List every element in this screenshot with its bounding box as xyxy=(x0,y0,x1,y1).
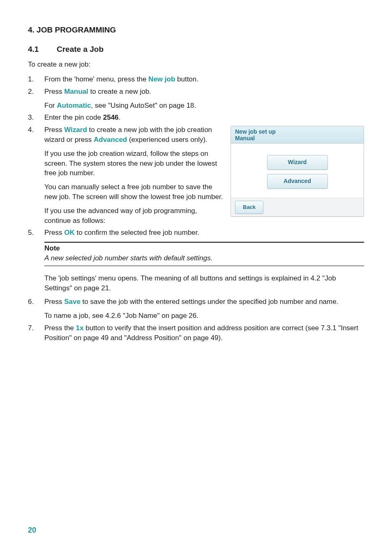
manual-label: Manual xyxy=(64,88,88,95)
wizard-label: Wizard xyxy=(64,126,87,134)
one-x-label: 1x xyxy=(76,324,84,332)
automatic-label: Automatic xyxy=(57,102,91,109)
subsection-title: Create a Job xyxy=(57,45,104,53)
advanced-button[interactable]: Advanced xyxy=(267,174,328,189)
step-text: The 'job settings' menu opens. The meani… xyxy=(44,273,364,293)
new-job-label: New job xyxy=(148,75,175,83)
save-label: Save xyxy=(64,298,81,306)
step-text: Press Wizard to create a new job with th… xyxy=(44,125,225,145)
step-text: If you use the job creation wizard, foll… xyxy=(44,149,225,178)
step-7: 7. Press the 1x button to verify that th… xyxy=(28,323,364,343)
step-number: 6. xyxy=(28,297,44,307)
step-number: 2. xyxy=(28,87,44,97)
step-4: 4. Press Wizard to create a new job with… xyxy=(28,125,364,225)
step-number: 4. xyxy=(28,125,44,135)
step-3: 3. Enter the pin code 2546. xyxy=(28,113,364,123)
step-text: For Automatic, see "Using AutoSet" on pa… xyxy=(44,101,364,111)
step-number: 7. xyxy=(28,323,44,333)
step-6: 6. Press Save to save the job with the e… xyxy=(28,297,364,321)
step-number: 5. xyxy=(28,228,44,238)
screenshot-title-2: Manual xyxy=(235,135,360,141)
step-text: Press Manual to create a new job. xyxy=(44,87,364,97)
section-heading: 4. JOB PROGRAMMING xyxy=(28,25,364,36)
step-text: Enter the pin code 2546. xyxy=(44,113,364,123)
step-text: Press OK to confirm the selected free jo… xyxy=(44,228,364,238)
screenshot-header: New job set up Manual xyxy=(231,126,364,144)
note-body: A new selected job number starts with de… xyxy=(44,253,364,263)
pin-code: 2546 xyxy=(103,114,119,121)
screenshot-footer: Back xyxy=(231,198,364,216)
advanced-label: Advanced xyxy=(94,136,127,144)
step-number: 1. xyxy=(28,74,44,84)
step-5-continuation: The 'job settings' menu opens. The meani… xyxy=(44,273,364,293)
ok-label: OK xyxy=(64,229,75,236)
step-number: 3. xyxy=(28,113,44,123)
step-1: 1. From the 'home' menu, press the New j… xyxy=(28,74,364,84)
back-button[interactable]: Back xyxy=(235,201,263,214)
screenshot-title-1: New job set up xyxy=(235,128,360,135)
step-text: Press Save to save the job with the ente… xyxy=(44,297,364,307)
screenshot-body: Wizard Advanced xyxy=(231,144,364,197)
step-text: You can manually select a free job numbe… xyxy=(44,182,225,202)
step-2: 2. Press Manual to create a new job. For… xyxy=(28,87,364,111)
wizard-button[interactable]: Wizard xyxy=(267,155,328,170)
device-screenshot: New job set up Manual Wizard Advanced Ba… xyxy=(231,126,364,217)
step-text: To name a job, see 4.2.6 "Job Name" on p… xyxy=(44,311,364,321)
note-label: Note xyxy=(44,243,364,253)
subsection-number: 4.1 xyxy=(28,44,57,55)
intro-text: To create a new job: xyxy=(28,60,364,70)
step-5: 5. Press OK to confirm the selected free… xyxy=(28,228,364,238)
note-block: Note A new selected job number starts wi… xyxy=(44,242,364,266)
step-text: From the 'home' menu, press the New job … xyxy=(44,74,364,84)
step-text: Press the 1x button to verify that the i… xyxy=(44,323,364,343)
subsection-heading: 4.1Create a Job xyxy=(28,44,364,55)
page-number: 20 xyxy=(28,525,36,535)
step-text: If you use the advanced way of job progr… xyxy=(44,206,225,226)
